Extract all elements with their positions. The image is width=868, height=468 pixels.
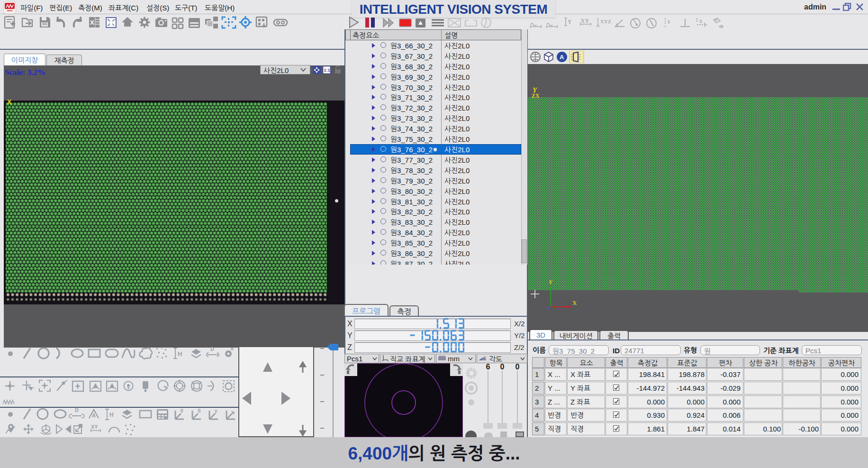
- svg-text:D: D: [75, 408, 79, 413]
- svg-text:A: A: [92, 413, 96, 418]
- svg-text:x: x: [699, 18, 702, 24]
- svg-text:Z: Z: [547, 305, 550, 311]
- svg-text:z: z: [668, 18, 670, 25]
- svg-text:D: D: [210, 346, 214, 352]
- svg-text:XY: XY: [580, 17, 589, 24]
- svg-text:y: y: [215, 408, 217, 413]
- svg-text:H: H: [178, 350, 182, 358]
- svg-text:Y: Y: [549, 278, 553, 285]
- svg-text:XYZ: XYZ: [600, 18, 611, 24]
- svg-text:Y: Y: [568, 18, 572, 25]
- svg-text:S: S: [198, 408, 201, 413]
- svg-text:X: X: [572, 299, 577, 306]
- svg-text:0: 0: [181, 408, 183, 413]
- svg-text:XY: XY: [91, 424, 98, 430]
- svg-text:1:1: 1:1: [324, 68, 330, 73]
- svg-text:X: X: [90, 19, 94, 26]
- svg-text:H: H: [109, 412, 114, 418]
- svg-text:A: A: [560, 54, 564, 61]
